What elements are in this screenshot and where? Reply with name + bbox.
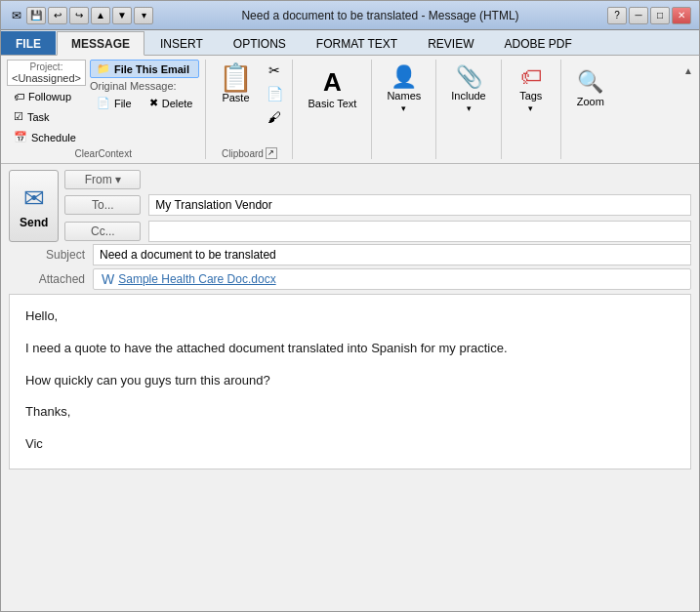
window-controls: ? ─ □ ✕	[607, 7, 691, 24]
window-title: Need a document to be translated - Messa…	[153, 9, 607, 22]
include-content: 📎 Include ▾	[442, 60, 494, 157]
clipboard-group-content: 📋 Paste ✂ 📄 🖌	[212, 60, 286, 146]
names-btn[interactable]: 👤 Names ▾	[378, 60, 430, 118]
to-input[interactable]	[148, 194, 691, 216]
to-row: To...	[64, 194, 691, 216]
copy-btn[interactable]: 📄	[263, 83, 286, 104]
names-content: 👤 Names ▾	[378, 60, 430, 157]
clearcontext-label: ClearContext	[7, 146, 199, 159]
from-dropdown-btn[interactable]: From ▾	[64, 170, 141, 189]
cc-label-col: Cc...	[64, 222, 148, 241]
title-bar: ✉ 💾 ↩ ↪ ▲ ▼ ▾ Need a document to be tran…	[1, 1, 699, 30]
original-message-label: Original Message:	[90, 80, 200, 92]
from-label-col: From ▾	[64, 170, 148, 189]
file-this-email-btn[interactable]: 📁 File This Email	[90, 60, 200, 78]
attached-filename[interactable]: Sample Health Care Doc.docx	[118, 272, 275, 286]
basic-text-label: Basic Text	[308, 98, 356, 110]
ribbon-body: Project: <Unassigned> 🏷 Followup ☑ Task …	[1, 56, 699, 164]
include-group-label	[442, 157, 494, 159]
followup-btn[interactable]: 🏷 Followup	[7, 88, 86, 105]
paste-label: Paste	[222, 92, 249, 104]
clipboard-small-btns: ✂ 📄 🖌	[263, 60, 286, 128]
delete-btn[interactable]: ✖ Delete	[143, 94, 200, 112]
tags-content: 🏷 Tags ▾	[508, 60, 555, 157]
names-group: 👤 Names ▾	[372, 60, 436, 159]
to-btn[interactable]: To...	[64, 195, 141, 215]
tab-message[interactable]: MESSAGE	[57, 31, 144, 56]
format-painter-btn[interactable]: 🖌	[263, 106, 286, 128]
file-icon: 📄	[97, 97, 110, 109]
save-quick-btn[interactable]: 💾	[26, 7, 46, 24]
delete-label: Delete	[162, 98, 193, 109]
clearcontext-left: Project: <Unassigned> 🏷 Followup ☑ Task …	[7, 60, 86, 146]
basic-text-icon: A	[323, 67, 342, 98]
zoom-group: 🔍 Zoom	[561, 60, 620, 159]
quick-access-toolbar: ✉ 💾 ↩ ↪ ▲ ▼ ▾	[9, 7, 153, 24]
redo-quick-btn[interactable]: ↪	[69, 7, 89, 24]
attached-label: Attached	[9, 272, 93, 286]
file-btn[interactable]: 📄 File	[90, 94, 139, 112]
basic-text-btn[interactable]: A Basic Text	[299, 60, 365, 118]
tab-insert[interactable]: INSERT	[145, 31, 218, 55]
email-fields: From ▾ To... Cc...	[64, 170, 691, 242]
zoom-group-label	[567, 157, 614, 159]
zoom-label: Zoom	[577, 96, 604, 108]
tags-group: 🏷 Tags ▾	[502, 60, 561, 159]
schedule-label: Schedule	[31, 132, 76, 143]
email-body[interactable]: Hello,I need a quote to have the attache…	[9, 294, 691, 469]
close-btn[interactable]: ✕	[672, 7, 691, 24]
ribbon-collapse-btn[interactable]: ▲	[681, 63, 695, 78]
schedule-btn[interactable]: 📅 Schedule	[7, 128, 86, 146]
cc-input[interactable]	[148, 221, 691, 242]
tags-btn[interactable]: 🏷 Tags ▾	[508, 60, 555, 118]
zoom-btn[interactable]: 🔍 Zoom	[567, 60, 614, 118]
include-dropdown-icon: ▾	[467, 103, 472, 114]
project-display: Project: <Unassigned>	[7, 60, 86, 86]
tab-format-text[interactable]: FORMAT TEXT	[302, 31, 412, 55]
basic-text-group: A Basic Text	[293, 60, 372, 159]
title-bar-left: ✉ 💾 ↩ ↪ ▲ ▼ ▾	[9, 7, 153, 24]
ribbon-tab-bar: FILE MESSAGE INSERT OPTIONS FORMAT TEXT …	[1, 30, 699, 56]
maximize-btn[interactable]: □	[650, 7, 670, 24]
send-label: Send	[20, 216, 48, 229]
clipboard-dialog-launcher[interactable]: ↗	[266, 147, 277, 159]
tab-file[interactable]: FILE	[1, 31, 56, 55]
format-painter-icon: 🖌	[268, 109, 281, 125]
cc-row: Cc...	[64, 221, 691, 242]
cut-icon: ✂	[268, 62, 280, 78]
paste-section: 📋 Paste	[212, 60, 259, 109]
include-group: 📎 Include ▾	[436, 60, 501, 159]
include-btn[interactable]: 📎 Include ▾	[442, 60, 494, 118]
tab-adobe-pdf[interactable]: ADOBE PDF	[490, 31, 587, 55]
send-button[interactable]: ✉ Send	[9, 170, 59, 242]
tags-group-label	[508, 157, 555, 159]
names-dropdown-icon: ▾	[401, 103, 406, 114]
undo-quick-btn[interactable]: ↩	[48, 7, 67, 24]
up-quick-btn[interactable]: ▲	[91, 7, 110, 24]
followup-label: Followup	[28, 91, 71, 102]
minimize-btn[interactable]: ─	[629, 7, 648, 24]
copy-icon: 📄	[267, 86, 283, 102]
task-btn[interactable]: ☑ Task	[7, 107, 86, 126]
compose-top: ✉ Send From ▾ To... Cc...	[1, 164, 699, 244]
include-label: Include	[451, 90, 485, 102]
cut-btn[interactable]: ✂	[263, 60, 286, 81]
basic-text-content: A Basic Text	[299, 60, 365, 157]
project-label: Project:	[12, 61, 81, 72]
to-label-col: To...	[64, 195, 148, 215]
clearcontext-right: 📁 File This Email Original Message: 📄 Fi…	[90, 60, 200, 112]
attached-file-container: W Sample Health Care Doc.docx	[93, 268, 691, 290]
paste-icon: 📋	[219, 64, 253, 92]
ribbon-collapse-area: ▲	[678, 60, 699, 159]
cc-btn[interactable]: Cc...	[64, 222, 141, 241]
tab-options[interactable]: OPTIONS	[219, 31, 301, 55]
customize-quick-btn[interactable]: ▾	[134, 7, 153, 24]
help-btn[interactable]: ?	[607, 7, 627, 24]
from-row: From ▾	[64, 170, 691, 189]
file-this-email-label: File This Email	[114, 63, 189, 75]
zoom-icon: 🔍	[577, 69, 603, 95]
paste-btn[interactable]: 📋 Paste	[212, 60, 259, 109]
subject-input[interactable]	[93, 244, 691, 265]
tab-review[interactable]: REVIEW	[413, 31, 488, 55]
down-quick-btn[interactable]: ▼	[112, 7, 132, 24]
